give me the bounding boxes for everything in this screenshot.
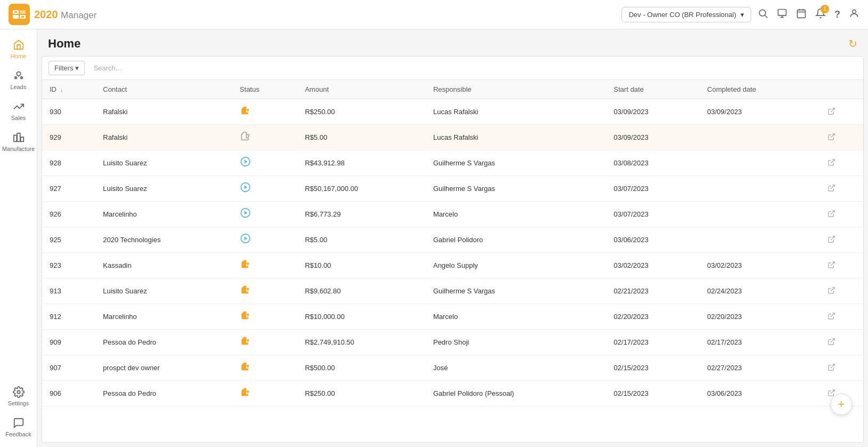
refresh-icon[interactable]: ↻ [848,37,857,50]
cell-amount: R$50,167,000.00 [297,176,426,202]
table-row: 907 prospct dev owner R$500.00 José 02/1… [42,355,863,381]
svg-rect-3 [20,10,26,14]
sidebar-home-label: Home [11,53,26,59]
cell-start-date: 03/08/2023 [606,150,699,176]
open-record-icon[interactable] [827,339,835,347]
table-row: 913 Luisito Suarez R$9,602.80 Guilherme … [42,278,863,304]
svg-rect-6 [21,16,24,18]
cell-start-date: 02/15/2023 [606,355,699,381]
open-record-icon[interactable] [827,288,835,296]
env-selector[interactable]: Dev - Owner CO (BR Professional) ▾ [622,7,751,22]
svg-line-24 [831,108,834,111]
open-record-icon[interactable] [827,236,835,245]
open-record-icon[interactable] [827,108,835,117]
sidebar-item-home[interactable]: Home [0,34,37,65]
cell-status [232,125,297,150]
notification-icon[interactable]: 1 [815,8,826,21]
cell-completed-date: 02/24/2023 [700,278,820,304]
cell-actions [820,278,863,304]
user-icon[interactable] [849,8,859,21]
cell-responsible: Guilherme S Vargas [426,150,606,176]
sidebar-item-leads[interactable]: Leads [0,65,37,95]
calendar-icon[interactable] [796,8,807,21]
page-header: Home ↻ [37,29,868,56]
col-id[interactable]: ID ↓ [42,80,95,99]
cell-amount: R$6,773.29 [297,202,426,227]
cell-contact: Rafalski [95,99,232,125]
cell-id: 926 [42,202,95,227]
svg-marker-27 [245,159,248,163]
help-icon[interactable]: ? [834,9,840,20]
cell-id: 909 [42,330,95,355]
cell-status [232,253,297,278]
sidebar-item-sales[interactable]: Sales [0,95,37,126]
cell-id: 929 [42,125,95,150]
search-icon[interactable] [758,8,768,21]
logo-area: 2020 Manager [9,4,615,25]
sidebar-manufacture-label: Manufacture [2,146,35,152]
cell-completed-date [700,150,820,176]
open-record-icon[interactable] [827,211,835,219]
cell-completed-date: 03/02/2023 [700,253,820,278]
cell-actions [820,304,863,330]
svg-line-8 [765,15,768,18]
open-record-icon[interactable] [827,134,835,142]
open-record-icon[interactable] [827,313,835,322]
open-record-icon[interactable] [827,159,835,168]
col-amount[interactable]: Amount [297,80,426,99]
open-record-icon[interactable] [827,364,835,373]
cell-contact: Luisito Suarez [95,176,232,202]
filters-label: Filters [54,64,73,72]
table-row: 930 Rafalski R$250.00 Lucas Rafalski 03/… [42,99,863,125]
svg-marker-36 [245,236,248,240]
filter-bar: Filters ▾ [42,57,863,80]
sidebar-item-settings[interactable]: Settings [0,381,37,412]
cell-actions [820,125,863,150]
cell-amount: R$500.00 [297,355,426,381]
table-container: Filters ▾ ID ↓ Contact Status Amount Res… [42,56,864,443]
col-start-date[interactable]: Start date [606,80,699,99]
sidebar-item-manufacture[interactable]: Manufacture [0,126,37,157]
svg-line-25 [831,133,834,137]
cell-start-date: 03/07/2023 [606,176,699,202]
cell-amount: R$250.00 [297,381,426,406]
cell-amount: R$5.00 [297,125,426,150]
search-input[interactable] [89,62,857,74]
chevron-down-icon: ▾ [740,11,744,19]
cell-start-date: 02/17/2023 [606,330,699,355]
chat-icon[interactable] [777,8,787,21]
col-responsible[interactable]: Responsible [426,80,606,99]
cell-responsible: Lucas Rafalski [426,99,606,125]
sidebar-item-feedback[interactable]: Feedback [0,412,37,443]
cell-contact: Pessoa do Pedro [95,381,232,406]
col-status[interactable]: Status [232,80,297,99]
add-icon: + [838,397,845,411]
sidebar: Home Leads Sales Manufacture [0,29,37,447]
cell-completed-date: 03/09/2023 [700,99,820,125]
cell-start-date: 03/02/2023 [606,253,699,278]
filters-button[interactable]: Filters ▾ [49,61,85,75]
app-logo-text: 2020 Manager [34,9,97,21]
sidebar-feedback-label: Feedback [5,431,31,437]
cell-id: 923 [42,253,95,278]
add-fab-button[interactable]: + [831,394,852,415]
cell-id: 912 [42,304,95,330]
col-completed-date[interactable]: Completed date [700,80,820,99]
cell-actions [820,202,863,227]
top-navigation: 2020 Manager Dev - Owner CO (BR Professi… [0,0,868,29]
cell-start-date: 02/20/2023 [606,304,699,330]
open-record-icon[interactable] [827,185,835,194]
col-contact[interactable]: Contact [95,80,232,99]
svg-point-16 [853,10,856,13]
svg-rect-0 [11,6,28,23]
cell-amount: R$5.00 [297,227,426,253]
cell-id: 907 [42,355,95,381]
table-scroll[interactable]: ID ↓ Contact Status Amount Responsible S… [42,80,863,442]
cell-amount: R$9,602.80 [297,278,426,304]
cell-start-date: 03/06/2023 [606,227,699,253]
cell-completed-date [700,202,820,227]
open-record-icon[interactable] [827,262,835,270]
chevron-down-icon: ▾ [75,64,79,72]
cell-status [232,278,297,304]
svg-rect-12 [798,10,806,18]
